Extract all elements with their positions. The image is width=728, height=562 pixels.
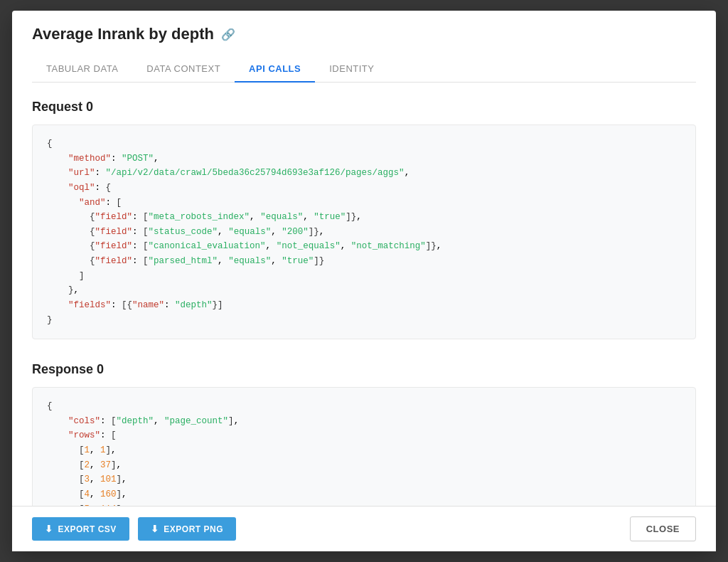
link-icon[interactable]: 🔗 (221, 28, 235, 41)
download-csv-icon: ⬇ (45, 524, 53, 534)
modal-title: Average Inrank by depth (32, 25, 214, 43)
export-png-label: EXPORT PNG (164, 524, 223, 534)
modal-footer: ⬇ EXPORT CSV ⬇ EXPORT PNG CLOSE (12, 506, 716, 551)
tab-data-context[interactable]: DATA CONTEXT (132, 56, 235, 83)
footer-left: ⬇ EXPORT CSV ⬇ EXPORT PNG (32, 517, 236, 541)
modal-dialog: Average Inrank by depth 🔗 TABULAR DATA D… (12, 11, 716, 551)
export-png-button[interactable]: ⬇ EXPORT PNG (138, 517, 236, 541)
tab-tabular-data[interactable]: TABULAR DATA (32, 56, 132, 83)
tab-api-calls[interactable]: API CALLS (235, 56, 315, 83)
response-code-block: { "cols": ["depth", "page_count"], "rows… (32, 387, 696, 506)
modal-body: Request 0 { "method": "POST", "url": "/a… (12, 83, 716, 506)
export-csv-label: EXPORT CSV (58, 524, 117, 534)
request-section-title: Request 0 (32, 100, 696, 115)
tabs-container: TABULAR DATA DATA CONTEXT API CALLS IDEN… (32, 56, 696, 83)
modal-title-row: Average Inrank by depth 🔗 (32, 25, 696, 43)
tab-identity[interactable]: IDENTITY (315, 56, 388, 83)
export-csv-button[interactable]: ⬇ EXPORT CSV (32, 517, 129, 541)
response-section-title: Response 0 (32, 362, 696, 377)
request-code-block: { "method": "POST", "url": "/api/v2/data… (32, 124, 696, 339)
download-png-icon: ⬇ (151, 524, 159, 534)
modal-header: Average Inrank by depth 🔗 TABULAR DATA D… (12, 11, 716, 83)
close-button[interactable]: CLOSE (630, 516, 696, 541)
